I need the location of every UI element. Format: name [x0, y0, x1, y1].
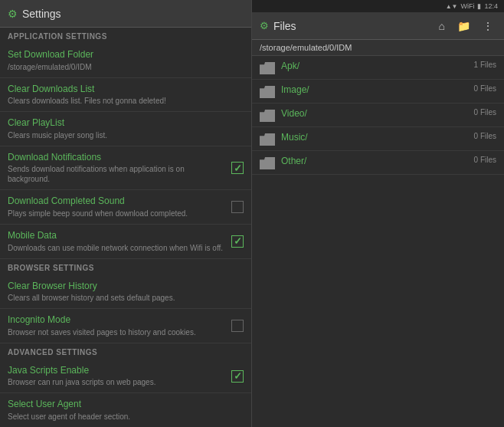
header-icons: ⌂ 📁 ⋮: [436, 18, 496, 34]
files-header: ⚙ Files ⌂ 📁 ⋮: [252, 12, 504, 40]
settings-title: Settings: [22, 8, 61, 20]
time-display: 12:4: [484, 2, 498, 10]
file-item-music[interactable]: Music/ 0 Files: [252, 127, 504, 151]
setting-incognito-mode[interactable]: Incognito Mode Browser not saves visited…: [0, 309, 251, 343]
setting-title-download-folder: Set Download Folder: [8, 49, 237, 61]
setting-download-completed-sound[interactable]: Download Completed Sound Plays simple be…: [0, 190, 251, 225]
files-title: Files: [273, 20, 296, 32]
setting-desc-notifications: Sends download notifications when applic…: [8, 164, 225, 184]
folder-nav-icon[interactable]: 📁: [454, 18, 473, 34]
setting-title-user-agent: Select User Agent: [8, 399, 237, 411]
folder-icon-image: [260, 86, 275, 98]
file-item-image[interactable]: Image/ 0 Files: [252, 80, 504, 103]
home-icon[interactable]: ⌂: [436, 18, 448, 34]
setting-clear-playlist[interactable]: Clear PlayList Clears music player song …: [0, 112, 251, 146]
wifi-icon: WiFi: [460, 2, 474, 10]
folder-icon-other: [260, 157, 275, 169]
section-browser-settings: BROWSER SETTINGS: [0, 259, 251, 275]
file-name-apk: Apk/: [281, 61, 496, 71]
setting-desc-download-folder: /storage/emulated/0/IDM: [8, 62, 237, 72]
setting-title-clear-playlist: Clear PlayList: [8, 117, 237, 130]
setting-desc-user-agent: Select user agent of header section.: [8, 412, 237, 422]
setting-mobile-data[interactable]: Mobile Data Downloads can use mobile net…: [0, 225, 251, 259]
file-name-music: Music/: [281, 132, 496, 143]
file-item-video[interactable]: Video/ 0 Files: [252, 103, 504, 127]
section-advanced-settings: ADVANCED SETTINGS: [0, 343, 251, 360]
file-count-image: 0 Files: [474, 84, 496, 93]
setting-title-clear-downloads: Clear Downloads List: [8, 84, 237, 96]
checkmark-notifications: ✓: [234, 163, 242, 174]
file-count-other: 0 Files: [474, 156, 496, 164]
files-path: /storage/emulated/0/IDM: [252, 40, 504, 56]
settings-panel: ⚙ Settings APPLICATION SETTINGS Set Down…: [0, 0, 252, 427]
setting-desc-clear-playlist: Clears music player song list.: [8, 130, 237, 140]
file-name-other: Other/: [281, 156, 496, 166]
setting-java-scripts-enable[interactable]: Java Scripts Enable Browser can run java…: [0, 360, 251, 394]
folder-icon-video: [260, 110, 275, 122]
setting-title-notifications: Download Notifications: [8, 152, 225, 164]
checkbox-notifications[interactable]: ✓: [231, 162, 244, 174]
section-application-settings: APPLICATION SETTINGS: [0, 28, 251, 44]
setting-set-download-folder[interactable]: Set Download Folder /storage/emulated/0/…: [0, 44, 251, 78]
setting-desc-clear-browser: Clears all browser history and sets defa…: [8, 293, 237, 303]
files-content: Apk/ 1 Files Image/ 0 Files Video/ 0 Fil…: [252, 56, 504, 427]
file-name-image: Image/: [281, 84, 496, 95]
setting-select-user-agent[interactable]: Select User Agent Select user agent of h…: [0, 393, 251, 427]
settings-app-icon: ⚙: [8, 8, 18, 20]
more-options-icon[interactable]: ⋮: [479, 18, 496, 34]
setting-title-incognito: Incognito Mode: [8, 314, 225, 327]
signal-icon: ▲▼: [446, 3, 458, 10]
folder-icon-apk: [260, 62, 275, 74]
setting-title-mobile-data: Mobile Data: [8, 230, 225, 242]
status-bar: ▲▼ WiFi ▮ 12:4: [252, 0, 504, 12]
checkbox-javascript[interactable]: ✓: [231, 370, 244, 383]
checkmark-mobile-data: ✓: [234, 235, 242, 247]
file-count-video: 0 Files: [474, 108, 496, 117]
battery-icon: ▮: [477, 2, 481, 10]
setting-clear-browser-history[interactable]: Clear Browser History Clears all browser…: [0, 275, 251, 310]
setting-title-completed-sound: Download Completed Sound: [8, 195, 225, 208]
files-app-icon: ⚙: [260, 20, 269, 31]
settings-header: ⚙ Settings: [0, 0, 251, 28]
checkbox-mobile-data[interactable]: ✓: [231, 235, 244, 248]
file-count-music: 0 Files: [474, 132, 496, 140]
checkmark-javascript: ✓: [234, 370, 242, 382]
file-item-other[interactable]: Other/ 0 Files: [252, 151, 504, 175]
file-count-apk: 1 Files: [474, 61, 496, 69]
checkbox-completed-sound[interactable]: [231, 201, 244, 213]
setting-download-notifications[interactable]: Download Notifications Sends download no…: [0, 146, 251, 191]
setting-title-javascript: Java Scripts Enable: [8, 365, 225, 377]
setting-desc-completed-sound: Plays simple beep sound when download co…: [8, 209, 225, 218]
setting-desc-mobile-data: Downloads can use mobile network connect…: [8, 243, 225, 253]
file-item-apk[interactable]: Apk/ 1 Files: [252, 56, 504, 80]
settings-content: APPLICATION SETTINGS Set Download Folder…: [0, 28, 251, 427]
folder-icon-music: [260, 133, 275, 146]
checkbox-incognito[interactable]: [231, 320, 244, 332]
files-panel: ▲▼ WiFi ▮ 12:4 ⚙ Files ⌂ 📁 ⋮ /storage/em…: [252, 0, 504, 427]
setting-desc-clear-downloads: Clears downloads list. Files not gonna d…: [8, 96, 237, 106]
setting-desc-javascript: Browser can run java scripts on web page…: [8, 377, 225, 387]
setting-title-clear-browser: Clear Browser History: [8, 281, 237, 293]
setting-clear-downloads-list[interactable]: Clear Downloads List Clears downloads li…: [0, 78, 251, 113]
file-name-video: Video/: [281, 108, 496, 119]
setting-desc-incognito: Browser not saves visited pages to histo…: [8, 327, 225, 337]
